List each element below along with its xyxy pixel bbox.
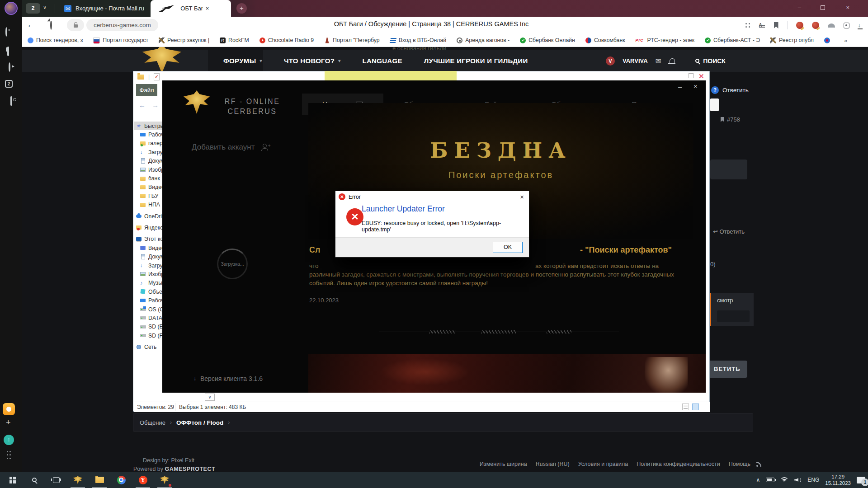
bookmark-item[interactable]: Вход в ВТБ-Онлай — [390, 37, 446, 43]
assistant-app-icon[interactable] — [3, 403, 15, 415]
rss-icon[interactable] — [756, 461, 762, 467]
explorer-tree-item[interactable]: банк — [134, 174, 162, 183]
explorer-tree-item[interactable]: Видео — [134, 183, 162, 192]
taskbar-rf-launcher-icon[interactable] — [67, 472, 89, 488]
explorer-maximize-icon[interactable] — [689, 73, 693, 78]
launcher-close-icon[interactable]: × — [693, 82, 698, 90]
forward-arrow-icon[interactable]: → — [152, 101, 159, 109]
taskbar-yandex-icon[interactable]: Y — [132, 472, 154, 488]
battery-icon[interactable] — [766, 478, 774, 482]
explorer-tree-item[interactable]: галерея — [134, 139, 162, 148]
bookmark-item[interactable]: ✓Сбербанк Онлайн — [520, 37, 575, 43]
bookmark-item[interactable]: Аренда вагонов - — [457, 37, 509, 43]
help-question-icon[interactable]: ? — [711, 86, 719, 94]
history-clock-icon[interactable] — [5, 27, 7, 37]
media-play-icon[interactable] — [9, 62, 10, 72]
ok-button[interactable]: OK — [493, 242, 523, 253]
language-indicator[interactable]: ENG — [807, 477, 819, 483]
explorer-tree-item[interactable]: ↓Загрузки — [134, 261, 162, 270]
footer-link[interactable]: Условия и правила — [578, 461, 628, 467]
explorer-tree-item[interactable]: SD (E:) — [134, 323, 162, 331]
extension-dome-icon[interactable] — [828, 23, 835, 28]
bookmark-item[interactable]: Реестр закупок | — [159, 37, 209, 43]
breadcrumb-section[interactable]: Общение — [140, 419, 165, 426]
taskbar-taskview-icon[interactable] — [45, 472, 67, 488]
explorer-tree-item[interactable]: Сеть — [134, 343, 162, 351]
forum-nav-item[interactable]: ЧТО НОВОГО?▾ — [273, 57, 352, 65]
explorer-tree-item[interactable]: SD (F:) — [134, 331, 162, 340]
explorer-close-icon[interactable]: ✕ — [698, 72, 704, 80]
footer-link[interactable]: Помощь — [729, 461, 750, 467]
taskbar-start-icon[interactable] — [2, 472, 24, 488]
explorer-tree-item[interactable]: Изображения — [134, 165, 162, 174]
explorer-tree-item[interactable]: Документы — [134, 157, 162, 165]
error-dialog-close-icon[interactable]: × — [520, 193, 524, 201]
breadcrumb-topic[interactable]: ОФФтоп / Flood — [176, 419, 223, 426]
bookmark-item[interactable]: Портал "Петербур — [324, 37, 380, 43]
scroll-down-chevron[interactable]: ∨ — [205, 394, 215, 401]
user-name[interactable]: VARVIVA — [623, 57, 648, 64]
tab-counter[interactable]: 2 — [26, 3, 40, 14]
explorer-tree-item[interactable]: Яндекс.Диск — [134, 223, 162, 232]
explorer-tree-item[interactable]: Документы — [134, 252, 162, 261]
explorer-tree-item[interactable]: Рабочий стол — [134, 296, 162, 305]
forum-nav-item[interactable]: ФОРУМЫ▾ — [212, 57, 273, 65]
news-artwork[interactable] — [308, 354, 706, 393]
downloads-icon[interactable]: ↓ — [858, 23, 861, 28]
properties-check-icon[interactable] — [154, 73, 160, 80]
footer-link[interactable]: Политика конфиденциальности — [637, 461, 720, 467]
explorer-tree-item[interactable]: ♪Музыка — [134, 279, 162, 287]
explorer-tree-item[interactable]: Объемные объекты — [134, 287, 162, 296]
tab-forum-active[interactable]: ОБТ Баги / Обсуждение × — [151, 0, 231, 17]
upload-circle-icon[interactable]: ↑ — [4, 435, 14, 445]
bookmark-item[interactable]: Совкомбанк — [585, 37, 625, 43]
explorer-tree-item[interactable]: DATA (D:) — [134, 314, 162, 322]
explorer-tree-item[interactable]: ГБУ — [134, 192, 162, 200]
taskbar-chrome-icon[interactable] — [110, 472, 132, 488]
bookmark-item[interactable]: RRockFM — [220, 37, 249, 43]
reply-button-fragment[interactable]: ВЕТИТЬ — [710, 361, 747, 378]
window-close-icon[interactable]: × — [846, 4, 849, 11]
tab-mail[interactable]: ✉ Входящие - Почта Mail.ru — [59, 0, 151, 17]
add-account-button[interactable]: Добавить аккаунт + — [192, 143, 269, 152]
tab-close-icon[interactable]: × — [206, 5, 227, 12]
explorer-file-menu[interactable]: Файл — [136, 84, 157, 96]
explorer-tree-item[interactable]: НПА — [134, 201, 162, 209]
explorer-tree-item[interactable]: ↓Загрузки — [134, 148, 162, 156]
explorer-tree-item[interactable]: Видео — [134, 244, 162, 252]
explorer-tree-item[interactable]: ★Быстрый доступ — [134, 122, 162, 130]
explorer-tree-item[interactable]: OS (C:) — [134, 305, 162, 314]
footer-link[interactable]: Russian (RU) — [536, 461, 570, 467]
notification-center-icon[interactable]: 1 — [857, 477, 865, 483]
profile-avatar[interactable] — [5, 2, 18, 15]
explorer-tree-item[interactable]: OneDrive — [134, 212, 162, 221]
tab-list-chevron-icon[interactable]: ∨ — [43, 5, 47, 10]
tab-groups-badge[interactable]: 2 — [5, 80, 13, 88]
extension-seal-icon[interactable] — [812, 22, 819, 29]
more-dots-icon[interactable] — [6, 450, 11, 460]
window-minimize-icon[interactable]: – — [798, 4, 801, 11]
messages-envelope-icon[interactable]: ✉ — [656, 57, 661, 65]
alerts-bell-icon[interactable] — [670, 58, 675, 63]
explorer-tree-item[interactable]: Рабочий стол — [134, 130, 162, 139]
side-panels-icon[interactable] — [7, 47, 9, 56]
extension-seal-icon[interactable] — [796, 22, 803, 29]
window-maximize-icon[interactable] — [821, 5, 825, 10]
taskbar-clock[interactable]: 17:2915.11.2023 — [825, 474, 851, 486]
wifi-icon[interactable] — [780, 477, 788, 483]
footer-link[interactable]: Изменить ширина — [480, 461, 527, 467]
bookmark-item[interactable]: Реестр опубл — [770, 37, 814, 43]
input-fragment[interactable] — [710, 99, 719, 111]
extensions-dots-icon[interactable] — [745, 23, 750, 28]
folder-icon[interactable] — [137, 75, 144, 80]
thumbnail-view-icon[interactable] — [692, 404, 699, 410]
bookmark-item[interactable]: Портал государст — [93, 37, 148, 44]
pin-tab-icon[interactable] — [844, 23, 849, 28]
launcher-minimize-icon[interactable]: – — [678, 83, 682, 90]
bookmark-flag-icon[interactable] — [774, 22, 778, 28]
preview-button-fragment[interactable]: смотр — [708, 293, 754, 326]
reply-link-top[interactable]: Ответить — [722, 87, 749, 94]
back-arrow-icon[interactable]: ← — [139, 101, 146, 109]
taskbar-explorer-icon[interactable] — [89, 472, 110, 488]
bookmark-item[interactable]: ✓Сбербанк-АСТ - Э — [705, 37, 760, 43]
